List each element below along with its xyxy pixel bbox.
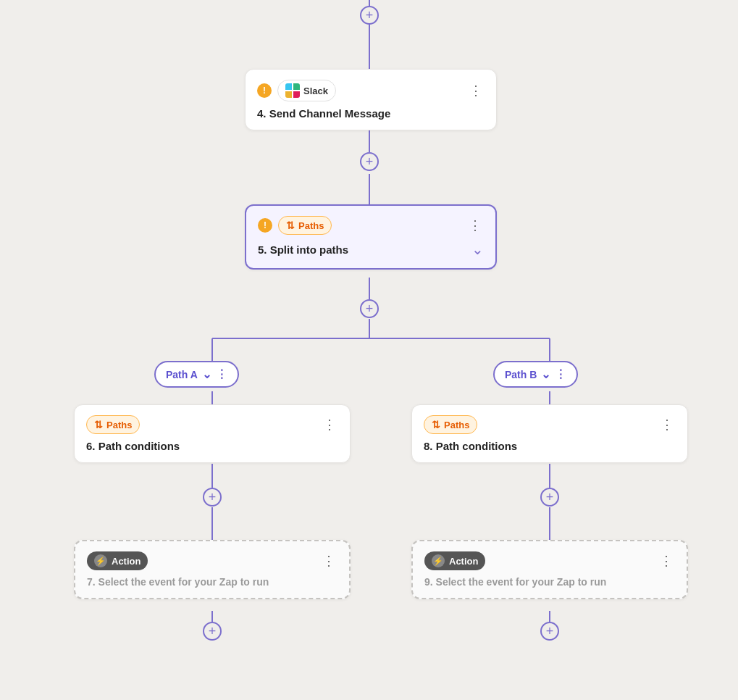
slack-card-header: ! Slack ⋮ [257, 80, 485, 101]
action-a-badge[interactable]: ⚡ Action [87, 551, 148, 570]
slack-badge[interactable]: Slack [277, 80, 336, 101]
path-conditions-a-badge[interactable]: ⇅ Paths [86, 415, 140, 434]
mid-plus-button[interactable]: + [360, 152, 379, 171]
path-conditions-b-title: 8. Path conditions [424, 440, 676, 452]
paths-badge-label: Paths [298, 220, 324, 231]
slack-icon [285, 83, 300, 98]
path-conditions-a-card: ⇅ Paths ⋮ 6. Path conditions [74, 404, 351, 463]
action-a-title: 7. Select the event for your Zap to run [87, 576, 337, 588]
paths-card-header-left: ! ⇅ Paths [258, 216, 332, 235]
plus-icon-b: + [546, 491, 554, 504]
plus-icon-b-bottom: + [546, 625, 554, 638]
action-a-text: Select the event for your Zap to run [98, 576, 269, 588]
path-b-more[interactable]: ⋮ [555, 367, 566, 381]
action-a-card: ⚡ Action ⋮ 7. Select the event for your … [74, 540, 351, 599]
path-conditions-b-badge[interactable]: ⇅ Paths [424, 415, 477, 434]
action-b-card: ⚡ Action ⋮ 9. Select the event for your … [411, 540, 688, 599]
path-conditions-a-header: ⇅ Paths ⋮ [86, 415, 338, 434]
path-conditions-a-text: Path conditions [98, 440, 180, 452]
paths-card-bottom: 5. Split into paths ⌄ [258, 241, 484, 258]
action-a-bolt-icon: ⚡ [96, 557, 106, 566]
path-a-label: Path A [166, 369, 198, 380]
action-a-num: 7. [87, 576, 96, 588]
action-a-bottom-plus[interactable]: + [203, 622, 222, 641]
conditions-a-plus[interactable]: + [203, 488, 222, 507]
action-b-title: 9. Select the event for your Zap to run [424, 576, 675, 588]
paths-title-num: 5. [258, 243, 267, 256]
paths-b-badge-icon: ⇅ [432, 419, 440, 430]
action-a-more[interactable]: ⋮ [320, 552, 337, 570]
paths-a-badge-icon: ⇅ [94, 419, 103, 430]
plus-icon: + [366, 9, 374, 22]
slack-warning-dot: ! [257, 83, 272, 98]
path-conditions-a-title: 6. Path conditions [86, 440, 338, 452]
action-a-header: ⚡ Action ⋮ [87, 551, 337, 570]
conditions-b-plus[interactable]: + [540, 488, 559, 507]
paths-card-title: 5. Split into paths [258, 243, 348, 256]
action-b-header: ⚡ Action ⋮ [424, 551, 675, 570]
plus-icon-a: + [209, 491, 217, 504]
action-b-num: 9. [424, 576, 433, 588]
paths-card-header: ! ⇅ Paths ⋮ [258, 216, 484, 235]
paths-warning-dot: ! [258, 218, 272, 233]
action-b-text: Select the event for your Zap to run [436, 576, 607, 588]
path-b-chevron: ⌄ [541, 367, 550, 381]
path-b-label: Path B [505, 369, 537, 380]
slack-card-title: 4. Send Channel Message [257, 107, 485, 120]
slack-card: ! Slack ⋮ 4. Send Channel Message [245, 69, 497, 130]
path-b-pill[interactable]: Path B ⌄ ⋮ [493, 361, 578, 388]
paths-more-button[interactable]: ⋮ [466, 217, 484, 234]
action-b-icon-circle: ⚡ [432, 554, 445, 567]
paths-title-text: Split into paths [270, 243, 348, 256]
path-conditions-a-more[interactable]: ⋮ [321, 416, 338, 433]
path-conditions-b-more[interactable]: ⋮ [658, 416, 676, 433]
action-b-badge-label: Action [449, 556, 478, 567]
paths-badge-icon: ⇅ [286, 220, 295, 231]
path-a-pill[interactable]: Path A ⌄ ⋮ [154, 361, 239, 388]
slack-title-text: Send Channel Message [269, 107, 391, 120]
path-conditions-a-num: 6. [86, 440, 96, 452]
path-conditions-b-header: ⇅ Paths ⋮ [424, 415, 676, 434]
path-a-more[interactable]: ⋮ [216, 367, 227, 381]
slack-more-button[interactable]: ⋮ [467, 82, 485, 99]
slack-title-num: 4. [257, 107, 267, 120]
paths-card: ! ⇅ Paths ⋮ 5. Split into paths ⌄ [245, 204, 497, 270]
action-b-bolt-icon: ⚡ [433, 557, 443, 566]
path-conditions-a-badge-label: Paths [106, 420, 132, 430]
paths-plus-button[interactable]: + [360, 299, 379, 318]
workflow-canvas: + ! Slack ⋮ 4. [0, 0, 738, 700]
slack-badge-label: Slack [303, 86, 328, 96]
top-plus-button[interactable]: + [360, 6, 379, 25]
paths-badge[interactable]: ⇅ Paths [278, 216, 332, 235]
path-conditions-b-card: ⇅ Paths ⋮ 8. Path conditions [411, 404, 688, 463]
path-a-chevron: ⌄ [202, 367, 211, 381]
path-conditions-b-text: Path conditions [436, 440, 518, 452]
action-b-more[interactable]: ⋮ [658, 552, 675, 570]
action-a-badge-label: Action [112, 556, 141, 567]
path-conditions-b-num: 8. [424, 440, 433, 452]
path-conditions-b-badge-label: Paths [444, 420, 469, 430]
paths-chevron-icon[interactable]: ⌄ [471, 241, 484, 258]
plus-icon-a-bottom: + [209, 625, 217, 638]
plus-icon-mid: + [366, 155, 374, 168]
action-a-icon-circle: ⚡ [94, 554, 107, 567]
plus-icon-paths: + [366, 302, 374, 315]
slack-card-header-left: ! Slack [257, 80, 336, 101]
action-b-bottom-plus[interactable]: + [540, 622, 559, 641]
action-b-badge[interactable]: ⚡ Action [424, 551, 485, 570]
